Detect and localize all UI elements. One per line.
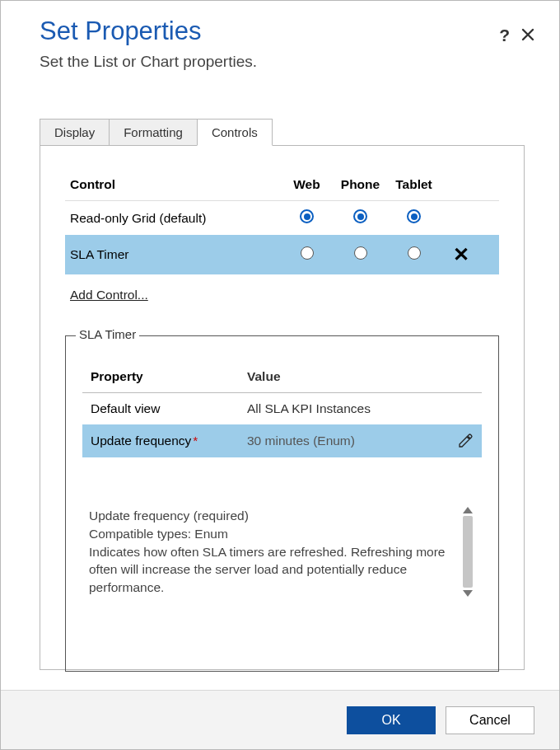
cancel-button[interactable]: Cancel [446,706,534,734]
required-star-icon: * [193,434,198,448]
header-web: Web [280,177,334,192]
controls-table-header: Control Web Phone Tablet [65,169,499,201]
dialog-footer: OK Cancel [1,690,559,749]
header-control: Control [70,177,280,192]
property-value: 30 minutes (Enum) [247,434,457,448]
ok-button[interactable]: OK [347,706,436,734]
property-table-header: Property Value [82,361,482,393]
header-phone: Phone [334,177,387,192]
dialog-header: Set Properties Set the List or Chart pro… [1,1,559,87]
tab-formatting[interactable]: Formatting [109,119,198,145]
sla-timer-fieldset: SLA Timer Property Value Default view Al… [65,335,499,672]
property-name: Update frequency* [91,434,247,448]
control-name: SLA Timer [70,247,280,262]
scroll-up-icon[interactable] [463,507,473,513]
scrollbar[interactable] [460,507,475,596]
property-row-default-view[interactable]: Default view All SLA KPI Instances [82,393,482,424]
radio-web[interactable] [300,209,314,223]
property-value: All SLA KPI Instances [247,401,474,416]
scroll-down-icon[interactable] [463,590,473,597]
tab-controls[interactable]: Controls [197,119,273,146]
property-name: Default view [91,401,247,416]
control-row-sla-timer[interactable]: SLA Timer ✕ [65,235,499,274]
control-name: Read-only Grid (default) [70,211,280,226]
dialog-body: Display Formatting Controls Control Web … [1,87,559,690]
set-properties-dialog: Set Properties Set the List or Chart pro… [0,0,560,750]
tab-list: Display Formatting Controls [40,119,525,146]
radio-phone[interactable] [354,246,367,260]
radio-phone[interactable] [353,209,367,223]
header-value: Value [247,369,474,384]
dialog-title: Set Properties [40,16,525,46]
property-row-update-frequency[interactable]: Update frequency* 30 minutes (Enum) [82,424,482,457]
fieldset-legend: SLA Timer [76,327,139,341]
tab-display[interactable]: Display [40,119,110,145]
help-icon[interactable]: ? [499,26,510,45]
radio-tablet[interactable] [407,209,421,223]
remove-control-icon[interactable]: ✕ [453,243,469,265]
scroll-thumb[interactable] [463,516,473,587]
add-control-link[interactable]: Add Control... [70,288,148,302]
description-text: Update frequency (required) Compatible t… [89,507,460,596]
header-tablet: Tablet [387,177,441,192]
header-icons: ? [499,26,534,45]
pencil-icon[interactable] [457,433,474,449]
controls-panel: Control Web Phone Tablet Read-only Grid … [40,146,525,670]
radio-tablet[interactable] [408,246,421,260]
radio-web[interactable] [301,246,314,260]
header-property: Property [91,369,247,384]
dialog-subtitle: Set the List or Chart properties. [40,53,525,71]
property-description: Update frequency (required) Compatible t… [82,507,482,596]
close-icon[interactable] [521,26,534,45]
control-row-readonly-grid[interactable]: Read-only Grid (default) [65,201,499,235]
